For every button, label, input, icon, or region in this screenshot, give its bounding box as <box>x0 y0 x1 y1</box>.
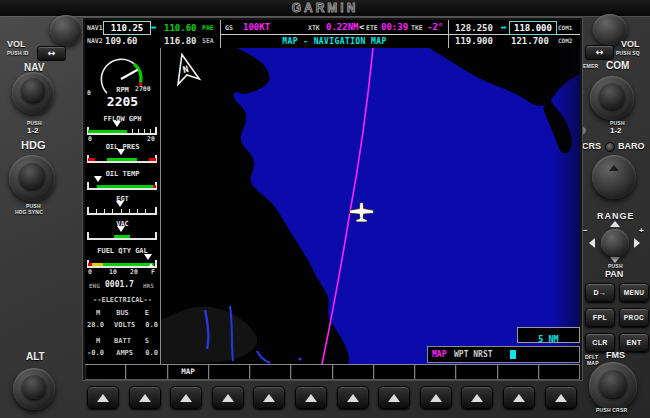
vol-label-left: VOL <box>7 39 26 49</box>
softkey-label-12 <box>539 365 580 379</box>
com2-label: COM2 <box>558 37 572 44</box>
crs-knob-icon <box>605 142 615 152</box>
rpm-label: RPM <box>85 86 160 94</box>
com1-active-freq: 118.000 <box>509 21 557 35</box>
com-knob-label: COM <box>606 60 629 71</box>
egt-gauge <box>88 203 156 215</box>
com-push-12-label: 1-2 <box>610 126 622 135</box>
xtk-pointer: < <box>359 22 364 32</box>
push-sq-label: PUSH SQ <box>616 50 640 56</box>
direct-to-button[interactable]: D→ <box>585 283 615 302</box>
vol-label-right: VOL <box>621 39 640 49</box>
vac-gauge <box>88 228 156 240</box>
proc-button[interactable]: PROC <box>619 308 649 327</box>
softkey-button-8[interactable] <box>378 386 410 409</box>
altitude-knob[interactable] <box>13 368 55 410</box>
ete-label: ETE <box>366 24 378 32</box>
fflow-label: FFLOW GPH <box>85 115 160 123</box>
softkey-label-3: MAP <box>168 365 209 379</box>
nav2-active-freq: 116.80 <box>164 36 197 46</box>
pan-right-arrow-icon <box>634 238 640 248</box>
nav2-station-id: SEA <box>202 37 214 45</box>
nav1-standby-freq: 110.25 <box>103 21 151 35</box>
heading-knob[interactable] <box>9 155 55 201</box>
amps-row: -0.0AMPS0.0 <box>87 349 158 357</box>
com2-active-freq: 121.700 <box>511 36 549 46</box>
oil-pres-gauge <box>88 151 156 163</box>
baro-label: BARO <box>618 141 645 151</box>
softkey-button-7[interactable] <box>337 386 369 409</box>
fpl-button[interactable]: FPL <box>585 308 615 327</box>
softkey-button-9[interactable] <box>420 386 452 409</box>
device-bezel: GARMIN VOL PUSH ID ↔ NAV PUSH 1-2 HDG PU… <box>0 0 650 418</box>
softkey-button-11[interactable] <box>503 386 535 409</box>
nav-frequency-swap-button[interactable]: ↔ <box>37 46 66 61</box>
com2-standby-freq: 119.900 <box>455 36 493 46</box>
softkey-label-9 <box>415 365 456 379</box>
com-frequency-swap-button[interactable]: ↔ <box>585 45 614 60</box>
com-tuning-knob[interactable] <box>590 76 634 120</box>
menu-button[interactable]: MENU <box>619 283 649 302</box>
eng-hours-unit: HRS <box>143 282 154 289</box>
nav1-label: NAV1 <box>87 24 103 32</box>
page-group-indicator: MAP WPT NRST <box>427 346 580 363</box>
nav1-station-id: PAE <box>202 24 214 32</box>
crs-baro-knob[interactable] <box>592 155 636 199</box>
gs-label: GS <box>225 24 233 32</box>
garmin-logo: GARMIN <box>0 1 650 15</box>
nav-volume-knob[interactable] <box>50 15 82 45</box>
emer-label: EMER <box>583 63 598 69</box>
range-label: RANGE <box>597 211 635 221</box>
fuel-tick-10: 10 <box>109 268 117 276</box>
softkey-button-4[interactable] <box>212 386 244 409</box>
range-pan-joystick[interactable] <box>601 229 629 257</box>
screen-edge-shade <box>553 48 580 364</box>
topbar-divider-right <box>448 20 449 48</box>
fflow-gauge <box>88 123 156 135</box>
com1-standby-freq: 128.250 <box>455 23 493 33</box>
softkey-label-7 <box>333 365 374 379</box>
xtk-label: XTK <box>308 24 320 32</box>
softkey-button-12[interactable] <box>545 386 577 409</box>
navigation-map: N <box>161 48 580 364</box>
fuel-tick-full: F <box>151 268 155 276</box>
fuel-tick-0: 0 <box>88 268 92 276</box>
tke-value: -2° <box>427 22 443 32</box>
map-scale-box: 5 NM <box>517 327 580 343</box>
page-title: MAP - NAVIGATION MAP <box>221 37 448 46</box>
eng-label: ENG <box>89 282 100 289</box>
alt-label: ALT <box>26 351 45 362</box>
pan-label: PAN <box>605 269 623 279</box>
softkey-label-10 <box>456 365 497 379</box>
softkey-label-2 <box>126 365 167 379</box>
nav-swap-icon: ↔ <box>151 22 156 32</box>
electrical-title: --ELECTRICAL-- <box>85 296 160 304</box>
push-crsr-label: PUSH CRSR <box>596 407 627 413</box>
softkey-button-10[interactable] <box>461 386 493 409</box>
range-minus-label: − <box>583 226 588 235</box>
nav1-active-freq: 110.60 <box>164 23 197 33</box>
softkey-button-3[interactable] <box>170 386 202 409</box>
softkey-button-2[interactable] <box>129 386 161 409</box>
softkey-button-6[interactable] <box>295 386 327 409</box>
push-id-label: PUSH ID <box>7 50 29 56</box>
softkey-button-5[interactable] <box>253 386 285 409</box>
gs-value: 100KT <box>243 22 270 32</box>
com1-label: COM1 <box>558 24 572 31</box>
nav-tuning-knob[interactable] <box>12 72 54 114</box>
dflt-map-label: MAP <box>587 360 599 366</box>
volts-row: 28.0VOLTS0.0 <box>87 321 158 329</box>
bus-row: MBUSE <box>87 309 158 317</box>
page-group-active: MAP <box>432 350 446 359</box>
lake-dot <box>298 357 301 360</box>
com-swap-icon: ↔ <box>501 22 506 32</box>
eng-hours-value: 0001.7 <box>105 280 134 289</box>
ete-value: 00:39 <box>381 22 408 32</box>
softkey-label-4 <box>209 365 250 379</box>
batt-row: MBATTS <box>87 337 158 345</box>
softkey-button-1[interactable] <box>87 386 119 409</box>
fms-knob[interactable] <box>589 362 637 410</box>
softkey-label-bar: MAP <box>85 364 580 380</box>
softkey-label-6 <box>291 365 332 379</box>
pan-left-arrow-icon <box>589 238 595 248</box>
